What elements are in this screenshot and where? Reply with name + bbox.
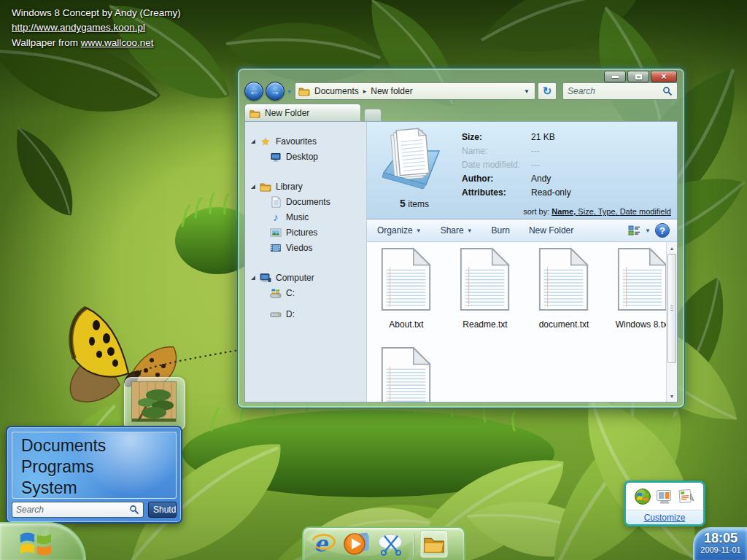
refresh-button[interactable]: ↻ bbox=[538, 82, 557, 100]
sidebar-item-music[interactable]: ♪ Music bbox=[245, 209, 366, 225]
search-icon bbox=[129, 505, 139, 515]
picture-icon bbox=[270, 227, 282, 238]
sidebar-item-desktop[interactable]: Desktop bbox=[245, 149, 366, 164]
text-file-icon bbox=[378, 346, 435, 402]
photo-gadget[interactable] bbox=[124, 377, 185, 431]
selection-preview: 5 items bbox=[374, 126, 454, 209]
start-menu-programs[interactable]: Programs bbox=[21, 456, 176, 478]
security-center-icon[interactable] bbox=[634, 488, 651, 505]
folder-icon bbox=[298, 85, 310, 97]
tray-overflow-panel: Customize bbox=[624, 481, 705, 526]
expander-icon[interactable] bbox=[251, 184, 255, 189]
minimize-icon bbox=[612, 76, 619, 78]
detail-attributes: Attributes:Read-only bbox=[462, 187, 571, 198]
start-search-input[interactable] bbox=[16, 505, 129, 515]
file-readme-txt[interactable]: Readme.txt bbox=[450, 246, 520, 330]
scroll-down-icon[interactable]: ▼ bbox=[667, 391, 677, 401]
calendar-icon[interactable] bbox=[678, 488, 695, 505]
breadcrumb-new-folder[interactable]: New folder bbox=[371, 86, 412, 96]
sidebar-item-documents[interactable]: Documents bbox=[245, 194, 366, 209]
views-dropdown-icon[interactable]: ▼ bbox=[645, 228, 651, 234]
command-bar: Organize▼ Share▼ Burn New Folder ▼ bbox=[367, 219, 677, 242]
dropdown-arrow-icon: ▼ bbox=[416, 228, 422, 234]
crumb-separator-icon: ▸ bbox=[363, 88, 367, 95]
folder-icon bbox=[423, 533, 445, 555]
detail-author: Author:Andy bbox=[462, 174, 551, 184]
forward-button[interactable]: → bbox=[266, 82, 285, 101]
sidebar-item-library[interactable]: Library bbox=[245, 179, 366, 194]
desktop-icon bbox=[270, 151, 282, 163]
snipping-tool-icon[interactable] bbox=[377, 532, 406, 556]
file-about-txt[interactable]: About.txt bbox=[371, 246, 441, 330]
text-file-icon bbox=[535, 246, 592, 312]
clock-time: 18:05 bbox=[694, 531, 747, 545]
maximize-icon bbox=[635, 74, 642, 79]
windows-logo-icon bbox=[19, 526, 53, 560]
sort-by-bar: sort by: NameSizeTypeDate modifield bbox=[523, 207, 671, 216]
sidebar-item-c-drive[interactable]: C: bbox=[245, 285, 366, 300]
display-settings-icon[interactable] bbox=[656, 488, 673, 505]
sidebar-item-favourites[interactable]: ★ Favourites bbox=[245, 133, 366, 149]
start-search-box[interactable] bbox=[12, 502, 144, 518]
scrollbar-thumb[interactable] bbox=[667, 254, 676, 363]
desktop: Windows 8 Concept by Andy (Creamy) http:… bbox=[0, 0, 747, 560]
organize-button[interactable]: Organize▼ bbox=[377, 225, 422, 236]
sort-by-date[interactable]: Date modifield bbox=[620, 207, 671, 216]
breadcrumb-documents[interactable]: Documents bbox=[314, 86, 359, 96]
sort-by-size[interactable]: Size bbox=[578, 207, 597, 216]
shutdown-button[interactable]: Shutdown ▶ bbox=[148, 502, 177, 518]
start-menu-system[interactable]: System bbox=[21, 478, 176, 499]
scroll-up-icon[interactable]: ▲ bbox=[667, 243, 677, 253]
sort-by-type[interactable]: Type bbox=[598, 207, 620, 216]
explorer-taskbar-button[interactable] bbox=[420, 530, 448, 558]
film-icon bbox=[270, 242, 282, 254]
tab-new-folder[interactable]: New Folder bbox=[244, 104, 361, 122]
search-input[interactable] bbox=[568, 86, 662, 96]
start-menu-documents[interactable]: Documents bbox=[21, 435, 176, 456]
internet-explorer-icon[interactable]: e bbox=[310, 531, 336, 557]
vertical-scrollbar[interactable]: ▲ ▼ bbox=[666, 242, 677, 402]
credit-line1: Windows 8 Concept by Andy (Creamy) bbox=[12, 6, 181, 20]
help-button[interactable]: ? bbox=[655, 223, 670, 238]
file-partially-visible[interactable] bbox=[371, 346, 441, 402]
back-button[interactable]: ← bbox=[244, 82, 263, 101]
burn-button[interactable]: Burn bbox=[492, 225, 510, 236]
documents-stack-icon bbox=[378, 126, 451, 193]
recent-pages-icon[interactable]: ▾ bbox=[287, 88, 291, 96]
address-dropdown-icon[interactable]: ▼ bbox=[520, 88, 533, 95]
navigation-pane: ★ Favourites Desktop Library bbox=[245, 122, 367, 402]
music-note-icon: ♪ bbox=[270, 211, 282, 223]
customize-link[interactable]: Customize bbox=[644, 513, 686, 523]
sidebar-item-d-drive[interactable]: D: bbox=[245, 306, 366, 322]
text-file-icon bbox=[378, 246, 435, 312]
star-icon: ★ bbox=[260, 136, 271, 147]
sidebar-item-computer[interactable]: Computer bbox=[245, 270, 366, 285]
file-document-txt[interactable]: document.txt bbox=[529, 246, 599, 330]
credit-line3: Wallpaper from www.wallcoo.net bbox=[12, 36, 181, 50]
customize-bar: Customize bbox=[626, 510, 703, 524]
new-folder-button[interactable]: New Folder bbox=[529, 225, 573, 236]
new-tab-button[interactable] bbox=[364, 109, 382, 122]
sidebar-item-videos[interactable]: Viedos bbox=[245, 240, 366, 255]
d-drive-icon bbox=[270, 308, 282, 320]
views-icon[interactable] bbox=[628, 225, 640, 236]
computer-icon bbox=[260, 272, 271, 284]
start-menu: Documents Programs System Shutdown ▶ bbox=[6, 426, 182, 524]
search-icon bbox=[662, 86, 673, 96]
media-player-icon[interactable] bbox=[343, 531, 371, 557]
scrollbar-grip bbox=[670, 306, 673, 312]
credit-link[interactable]: http://www.andygames.koon.pl bbox=[12, 20, 181, 35]
text-file-icon bbox=[614, 246, 671, 312]
wallcoo-link[interactable]: www.wallcoo.net bbox=[81, 37, 154, 48]
taskbar-clock[interactable]: 18:05 2009-11-01 bbox=[693, 527, 747, 560]
share-button[interactable]: Share▼ bbox=[441, 225, 473, 236]
address-bar[interactable]: Documents ▸ New folder ▼ bbox=[295, 82, 535, 100]
search-box[interactable] bbox=[562, 82, 678, 100]
expander-icon[interactable] bbox=[251, 139, 255, 144]
sort-by-name[interactable]: Name bbox=[551, 207, 578, 216]
detail-date-modified: Date modifield:--- bbox=[462, 160, 540, 170]
wallpaper-credits: Windows 8 Concept by Andy (Creamy) http:… bbox=[12, 6, 181, 50]
back-arrow-icon: ← bbox=[249, 86, 259, 97]
expander-icon[interactable] bbox=[251, 276, 255, 280]
sidebar-item-pictures[interactable]: Pictures bbox=[245, 225, 366, 240]
